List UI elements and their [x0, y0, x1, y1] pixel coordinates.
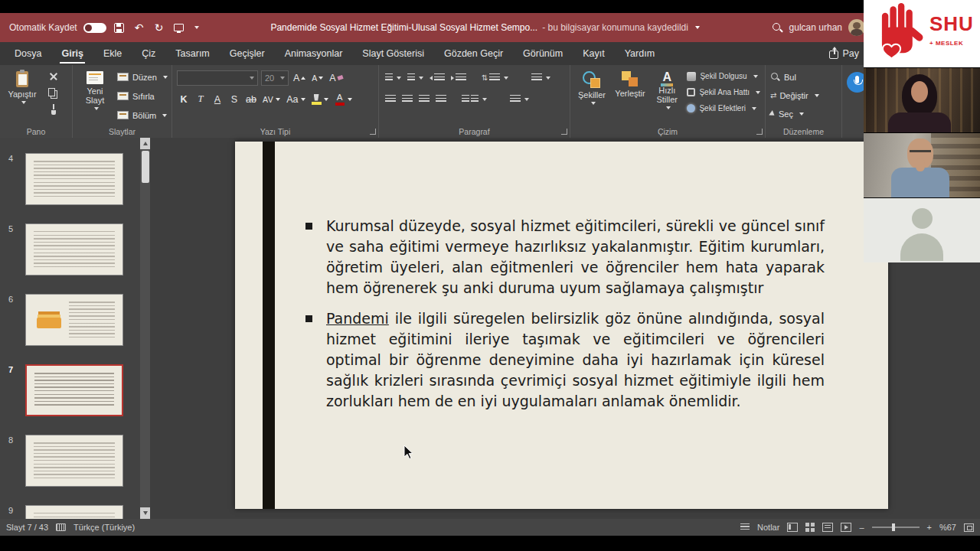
text-shadow-button[interactable]: S	[227, 92, 241, 107]
tab-görünüm[interactable]: Görünüm	[513, 42, 573, 65]
tab-geçişler[interactable]: Geçişler	[220, 42, 275, 65]
participant-video-2[interactable]	[864, 132, 980, 197]
share-button[interactable]: Pay	[829, 48, 859, 59]
search-icon[interactable]	[772, 22, 783, 34]
tab-slayt-gösterisi[interactable]: Slayt Gösterisi	[352, 42, 434, 65]
copy-button[interactable]	[44, 86, 63, 100]
language-indicator[interactable]: Türkçe (Türkiye)	[74, 523, 135, 532]
font-color-button[interactable]: A	[333, 92, 354, 107]
align-center-button[interactable]	[400, 92, 414, 107]
underline-button[interactable]: A	[211, 92, 224, 107]
tab-tasarım[interactable]: Tasarım	[165, 42, 219, 65]
decrease-indent-button[interactable]	[428, 70, 446, 86]
increase-indent-button[interactable]	[449, 70, 468, 86]
convert-smartart-button[interactable]	[508, 92, 531, 107]
tab-animasyonlar[interactable]: Animasyonlar	[275, 42, 353, 65]
slide-thumbnail-6[interactable]	[25, 294, 123, 346]
quick-access-chevron-icon[interactable]	[194, 26, 199, 29]
save-status-chevron-icon[interactable]	[695, 26, 700, 29]
tab-kayıt[interactable]: Kayıt	[573, 42, 615, 65]
italic-button[interactable]: T	[194, 92, 207, 107]
section-button[interactable]: Bölüm	[117, 107, 168, 123]
tab-çiz[interactable]: Çiz	[132, 42, 165, 65]
slide-thumbnail-9[interactable]	[25, 505, 123, 519]
shape-fill-button[interactable]: Şekil Dolgusu	[687, 69, 760, 83]
thumbnail-scrollbar[interactable]	[140, 138, 150, 519]
slide-sorter-view-button[interactable]	[805, 523, 809, 527]
slide-thumbnail-4[interactable]	[25, 153, 123, 205]
cut-button[interactable]	[44, 69, 63, 83]
slide-counter[interactable]: Slayt 7 / 43	[6, 523, 48, 532]
zoom-slider-thumb[interactable]	[892, 523, 895, 531]
tab-gözden-geçir[interactable]: Gözden Geçir	[434, 42, 513, 65]
slideshow-from-start-button[interactable]	[172, 21, 186, 34]
tab-ekle[interactable]: Ekle	[93, 42, 132, 65]
select-button[interactable]: Seç	[770, 106, 837, 122]
bullets-button[interactable]	[384, 70, 403, 86]
slide-canvas[interactable]: Kurumsal düzeyde, sosyal hizmet eğitimci…	[235, 142, 888, 509]
shapes-button[interactable]: Şekiller	[575, 69, 609, 124]
slide-text-placeholder[interactable]: Kurumsal düzeyde, sosyal hizmet eğitimci…	[304, 216, 825, 422]
align-right-button[interactable]	[417, 92, 431, 107]
justify-button[interactable]	[434, 92, 448, 107]
numbering-button[interactable]	[406, 70, 425, 86]
user-avatar[interactable]	[848, 19, 865, 36]
redo-button[interactable]: ↻	[152, 21, 166, 34]
zoom-level[interactable]: %67	[939, 523, 956, 532]
tab-dosya[interactable]: Dosya	[5, 42, 51, 65]
layout-button[interactable]: Düzen	[117, 69, 168, 85]
participant-video-1[interactable]	[864, 67, 980, 132]
zoom-in-button[interactable]: +	[927, 523, 932, 532]
autosave-toggle[interactable]	[83, 23, 106, 33]
shrink-font-button[interactable]: A	[310, 70, 325, 86]
grow-font-button[interactable]: A	[292, 70, 307, 86]
font-name-select[interactable]	[177, 70, 258, 86]
slide-editing-area[interactable]: Kurumsal düzeyde, sosyal hizmet eğitimci…	[150, 138, 980, 519]
text-direction-button[interactable]	[530, 70, 552, 86]
fit-slide-to-window-button[interactable]	[964, 523, 974, 532]
quick-styles-icon: A	[661, 71, 673, 83]
spell-check-icon[interactable]	[56, 523, 66, 531]
tab-giriş[interactable]: Giriş	[51, 42, 93, 65]
align-left-button[interactable]	[384, 92, 397, 107]
save-button[interactable]	[113, 21, 126, 34]
strikethrough-button[interactable]: ab	[244, 92, 258, 107]
scroll-up-arrow[interactable]	[140, 138, 150, 149]
slide-thumbnail-5[interactable]	[25, 223, 123, 276]
participant-video-3-placeholder[interactable]	[864, 197, 980, 262]
reading-view-button[interactable]	[822, 523, 833, 532]
drawing-dialog-launcher[interactable]	[756, 129, 763, 135]
line-spacing-button[interactable]: ⇅	[480, 70, 510, 86]
find-button[interactable]: Bul	[770, 69, 837, 85]
slideshow-button[interactable]	[841, 523, 851, 532]
new-slide-button[interactable]: Yeni Slayt	[77, 69, 113, 124]
tab-yardım[interactable]: Yardım	[615, 42, 665, 65]
replace-button[interactable]: ⇄Değiştir	[770, 87, 837, 103]
character-spacing-button[interactable]: AV	[261, 92, 282, 107]
scrollbar-thumb[interactable]	[142, 151, 149, 183]
slide-thumbnail-7[interactable]	[25, 364, 123, 416]
quick-styles-button[interactable]: A Hızlı Stiller	[652, 69, 682, 124]
font-size-select[interactable]: 20	[261, 70, 289, 86]
zoom-slider[interactable]	[872, 527, 920, 528]
notes-toggle[interactable]: Notlar	[757, 523, 779, 532]
shape-outline-button[interactable]: Şekil Ana Hattı	[687, 85, 760, 99]
format-painter-button[interactable]	[44, 103, 63, 117]
columns-button[interactable]	[460, 92, 488, 107]
clear-formatting-button[interactable]: A	[328, 70, 344, 86]
shape-effects-button[interactable]: Şekil Efektleri	[687, 101, 760, 116]
slide-thumbnail-8[interactable]	[25, 435, 123, 487]
arrange-button[interactable]: Yerleştir	[613, 69, 647, 124]
reset-button[interactable]: Sıfırla	[117, 88, 168, 104]
bold-button[interactable]: K	[177, 92, 191, 107]
normal-view-button[interactable]	[787, 523, 798, 532]
paste-button[interactable]: Yapıştır	[5, 69, 40, 124]
font-dialog-launcher[interactable]	[370, 129, 376, 135]
highlight-color-button[interactable]	[310, 92, 330, 107]
scroll-down-arrow[interactable]	[140, 507, 150, 519]
user-name[interactable]: gulcan urhan	[789, 22, 842, 33]
change-case-button[interactable]: Aa	[285, 92, 306, 107]
zoom-out-button[interactable]: –	[859, 523, 864, 532]
undo-button[interactable]: ↶	[132, 21, 146, 34]
paragraph-dialog-launcher[interactable]	[561, 129, 567, 135]
